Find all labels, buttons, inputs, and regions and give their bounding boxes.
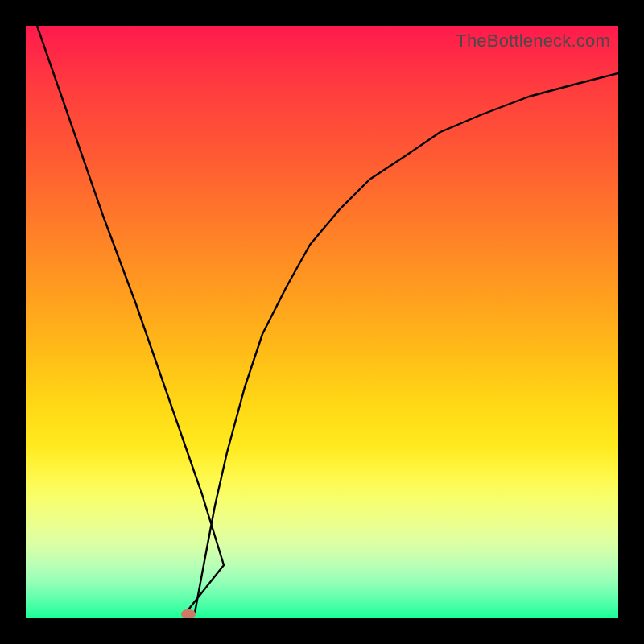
minimum-marker	[181, 609, 196, 618]
bottleneck-curve	[26, 26, 618, 618]
watermark-label: TheBottleneck.com	[456, 31, 610, 52]
plot-area: TheBottleneck.com	[26, 26, 618, 618]
chart-frame: TheBottleneck.com	[0, 0, 644, 644]
curve-path	[37, 26, 618, 616]
